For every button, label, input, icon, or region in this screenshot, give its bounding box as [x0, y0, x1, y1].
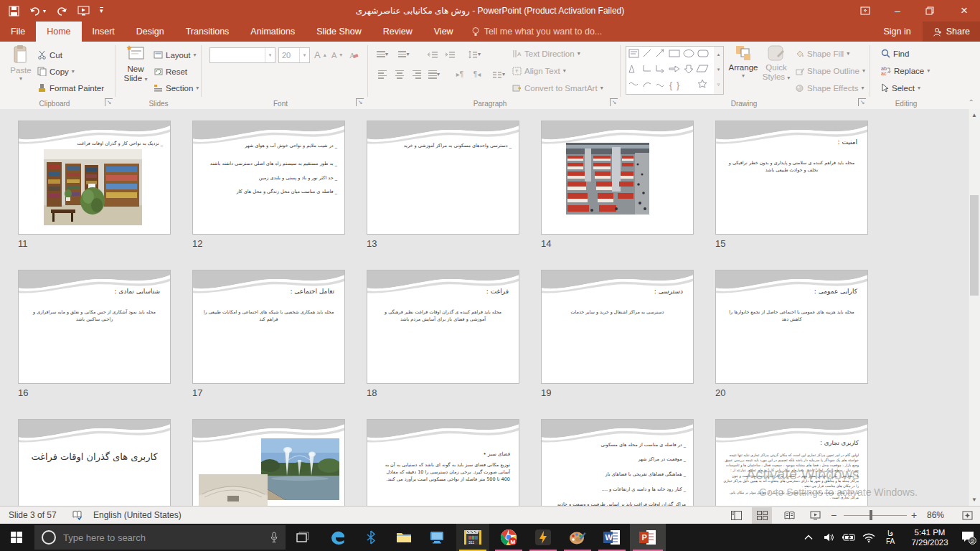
slide-thumbnail-25[interactable]: کاربری تجاری :اولین گام در امر تعیین مرا…	[715, 419, 868, 506]
shape-outline-button[interactable]: Shape Outline▾	[795, 63, 865, 78]
columns-icon[interactable]: ▾	[491, 67, 507, 81]
drawing-dialog-launcher[interactable]: ↘	[858, 98, 866, 106]
shape-effects-button[interactable]: Shape Effects▾	[795, 80, 864, 95]
ribbon-display-icon[interactable]	[851, 0, 880, 22]
fit-window-icon[interactable]	[957, 507, 977, 524]
find-button[interactable]: Find	[881, 46, 909, 61]
format-painter-button[interactable]: Format Painter	[37, 80, 104, 95]
bullets-icon[interactable]: ▾	[374, 47, 390, 61]
tray-chevron-up-icon[interactable]	[798, 524, 819, 551]
spellcheck-icon[interactable]	[72, 509, 83, 522]
taskbar-word[interactable]: W	[595, 524, 628, 551]
taskbar-powerpoint[interactable]: P	[630, 524, 666, 551]
slide-thumbnail-11[interactable]: _ نزدیک به نواحی کار و گذران اوقات فراغت	[18, 121, 171, 235]
slideshow-view-icon[interactable]	[805, 507, 825, 524]
new-slide-button[interactable]: NewSlide ▾	[119, 44, 152, 99]
zoom-slider-thumb[interactable]	[870, 510, 872, 520]
tab-design[interactable]: Design	[126, 22, 175, 42]
wifi-icon[interactable]	[858, 524, 880, 551]
ltr-direction-icon[interactable]: ▸¶	[452, 67, 468, 81]
zoom-slider-track[interactable]	[844, 515, 907, 516]
select-button[interactable]: Select▾	[881, 80, 920, 95]
zoom-level[interactable]: 86%	[927, 510, 944, 520]
slide-thumbnail-12[interactable]: _ در شیب ملایم و نواحی خوش آب و هوای شهر…	[192, 121, 345, 235]
taskbar-file-explorer[interactable]	[387, 524, 420, 551]
slide-thumbnail-24[interactable]: _ در فاصله ی مناسب از محله های مسکونی_ م…	[541, 419, 694, 506]
slide-thumbnail-15[interactable]: امنیت :محله باید فراهم کننده ی سلامتی و …	[715, 121, 868, 235]
reset-button[interactable]: Reset	[154, 64, 187, 79]
scroll-up-icon[interactable]: ▲	[969, 109, 980, 121]
microphone-icon[interactable]	[270, 532, 278, 543]
slide-sorter-view-icon[interactable]	[752, 507, 772, 524]
tab-animations[interactable]: Animations	[240, 22, 306, 42]
shapes-gallery[interactable]: { }	[626, 46, 715, 95]
paragraph-dialog-launcher[interactable]: ↘	[610, 98, 618, 106]
numbering-icon[interactable]: ▾	[396, 47, 412, 61]
minimize-icon[interactable]: –	[883, 0, 912, 22]
slide-thumbnail-19[interactable]: دسترسی :دسترسی به مراکز اشتغال و خرید و …	[541, 270, 694, 384]
vertical-scrollbar[interactable]: ▲ ▼	[968, 109, 980, 506]
tab-transitions[interactable]: Transitions	[175, 22, 240, 42]
slide-thumbnail-17[interactable]: تعامل اجتماعی :محله باید همکاری شخصی با …	[192, 270, 345, 384]
align-left-icon[interactable]	[374, 67, 390, 81]
clear-formatting-icon[interactable]: A	[349, 47, 359, 62]
tab-view[interactable]: View	[423, 22, 464, 42]
tab-slideshow[interactable]: Slide Show	[306, 22, 372, 42]
arrange-button[interactable]: Arrange▾	[726, 44, 760, 99]
taskbar-winamp[interactable]	[527, 524, 560, 551]
task-view-button[interactable]	[287, 524, 319, 551]
taskbar-bluetooth[interactable]	[354, 524, 387, 551]
zoom-out-icon[interactable]: −	[831, 509, 837, 521]
tab-review[interactable]: Review	[372, 22, 423, 42]
slide-thumbnail-23[interactable]: فضای سبز •توزیع مکانی فضای سبز باید به گ…	[367, 419, 519, 506]
decrease-font-icon[interactable]: A▾	[331, 47, 342, 62]
font-size-combo[interactable]: 20▾	[278, 47, 310, 63]
tab-file[interactable]: File	[0, 22, 36, 42]
paste-button[interactable]: Paste▾	[4, 44, 37, 99]
slide-thumbnail-14[interactable]	[541, 121, 694, 235]
slide-thumbnail-22[interactable]	[192, 419, 345, 506]
normal-view-icon[interactable]	[726, 507, 746, 524]
slide-thumbnail-21[interactable]: کاربری های گذران اوقات فراغت	[18, 419, 171, 506]
section-button[interactable]: Section▾	[154, 80, 199, 95]
increase-indent-icon[interactable]	[442, 47, 458, 61]
shapes-gallery-scroll[interactable]: ▴▾▿	[714, 46, 724, 95]
share-button[interactable]: Share	[923, 22, 980, 42]
taskbar-display-app[interactable]	[420, 524, 453, 551]
justify-icon[interactable]: ▾	[426, 67, 442, 81]
font-dialog-launcher[interactable]: ↘	[356, 98, 364, 106]
speaker-icon[interactable]	[819, 524, 839, 551]
reading-view-icon[interactable]	[779, 507, 799, 524]
slide-sorter-area[interactable]: _ نزدیک به نواحی کار و گذران اوقات فراغت…	[0, 109, 980, 506]
slide-counter[interactable]: Slide 3 of 57	[9, 510, 57, 520]
copy-button[interactable]: Copy▾	[37, 64, 75, 79]
taskbar-media-player[interactable]: 311	[456, 524, 489, 551]
collapse-ribbon-icon[interactable]: ⌃	[969, 98, 974, 106]
clock[interactable]: 5:41 PM7/29/2023	[903, 524, 957, 551]
align-right-icon[interactable]	[409, 67, 425, 81]
line-spacing-icon[interactable]: ▾	[466, 47, 482, 61]
shape-fill-button[interactable]: Shape Fill▾	[795, 46, 849, 61]
clipboard-dialog-launcher[interactable]: ↘	[105, 98, 113, 106]
layout-button[interactable]: Layout▾	[154, 47, 197, 62]
cut-button[interactable]: Cut	[37, 47, 62, 62]
quick-styles-button[interactable]: QuickStyles ▾	[760, 44, 792, 99]
restore-icon[interactable]	[915, 0, 944, 22]
decrease-indent-icon[interactable]	[425, 47, 440, 61]
replace-button[interactable]: abac Replace▾	[881, 63, 930, 78]
slide-thumbnail-13[interactable]: _ دسترسی واحدهای مسکونی به مراکز آموزشی …	[367, 121, 519, 235]
language-indicator[interactable]: فاFA	[880, 524, 901, 551]
start-button[interactable]	[0, 524, 33, 551]
taskbar-search[interactable]: Type here to search	[34, 525, 286, 550]
language-status[interactable]: English (United States)	[93, 510, 182, 520]
convert-smartart-button[interactable]: Convert to SmartArt▾	[512, 80, 603, 95]
battery-icon[interactable]	[838, 524, 859, 551]
rtl-direction-icon[interactable]: ¶◂	[469, 67, 485, 81]
tab-insert[interactable]: Insert	[82, 22, 126, 42]
text-direction-button[interactable]: A Text Direction▾	[512, 46, 580, 61]
scroll-down-icon[interactable]: ▼	[969, 494, 980, 506]
align-text-button[interactable]: Align Text▾	[512, 63, 566, 78]
slide-thumbnail-20[interactable]: کارایی عمومی :محله باید هزینه های عمومی …	[715, 270, 868, 384]
notification-button[interactable]: 2	[957, 524, 980, 551]
taskbar-paint[interactable]	[561, 524, 594, 551]
